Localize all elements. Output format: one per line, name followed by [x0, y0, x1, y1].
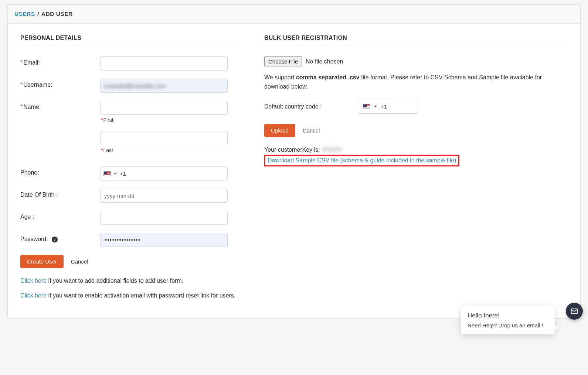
- username-field[interactable]: example@example.com: [100, 79, 228, 93]
- personal-details-title: PERSONAL DETAILS: [20, 35, 242, 46]
- help-activation-email: Click here if you want to enable activat…: [20, 292, 242, 299]
- file-chosen-status: No file chosen: [306, 58, 343, 65]
- breadcrumb-separator: /: [37, 11, 39, 17]
- create-user-button[interactable]: Create User: [20, 255, 64, 268]
- customer-key-value: XXXXX: [322, 147, 342, 153]
- default-country-code-select[interactable]: +1: [359, 100, 418, 114]
- age-label: Age :: [20, 211, 100, 220]
- name-label: *Name:: [20, 101, 100, 110]
- info-icon[interactable]: i: [52, 237, 58, 242]
- download-sample-csv-link[interactable]: Download Sample CSV file (schema & guide…: [268, 157, 456, 164]
- chat-hello-text: Hello there!: [468, 312, 548, 319]
- csv-support-text: We support comma separated .csv file for…: [264, 73, 568, 92]
- phone-country-code: +1: [120, 171, 126, 177]
- email-field[interactable]: [100, 56, 228, 70]
- breadcrumb: USERS / ADD USER: [7, 4, 581, 24]
- breadcrumb-current: ADD USER: [41, 11, 73, 17]
- breadcrumb-users-link[interactable]: USERS: [14, 11, 35, 17]
- bulk-registration-title: BULK USER REGISTRATION: [264, 35, 568, 46]
- cancel-button[interactable]: Cancel: [67, 255, 92, 268]
- first-name-sublabel: *First: [101, 117, 228, 123]
- upload-button[interactable]: Upload: [264, 124, 295, 137]
- bulk-cancel-button[interactable]: Cancel: [299, 124, 324, 137]
- chevron-down-icon: [114, 173, 117, 175]
- dob-field[interactable]: [100, 189, 228, 203]
- us-flag-icon: [103, 171, 111, 176]
- email-label: *Email:: [20, 56, 100, 66]
- chat-popup[interactable]: Hello there! Need Help? Drop us an email…: [461, 306, 555, 330]
- last-name-sublabel: *Last: [101, 147, 228, 153]
- age-field[interactable]: [100, 211, 228, 225]
- chat-help-text: Need Help? Drop us an email !: [468, 322, 548, 328]
- chevron-down-icon: [374, 106, 377, 107]
- default-country-code-label: Default country code :: [264, 103, 322, 110]
- password-field[interactable]: •••••••••••••••: [100, 233, 228, 247]
- choose-file-button[interactable]: Choose File: [264, 56, 302, 66]
- dob-label: Date Of Birth :: [20, 189, 100, 198]
- click-here-additional-fields[interactable]: Click here: [20, 278, 47, 284]
- username-label: *Username:: [20, 79, 100, 88]
- customer-key-line: Your customerKey is: XXXXX: [264, 147, 568, 153]
- mail-icon: [570, 307, 578, 315]
- help-additional-fields: Click here if you want to add additional…: [20, 278, 242, 284]
- chat-fab-button[interactable]: [566, 303, 583, 320]
- first-name-field[interactable]: [100, 101, 228, 115]
- phone-field[interactable]: +1: [100, 166, 228, 180]
- phone-label: Phone:: [20, 166, 100, 176]
- us-flag-icon: [363, 104, 370, 109]
- click-here-activation-email[interactable]: Click here: [20, 292, 47, 299]
- country-code-value: +1: [381, 103, 387, 110]
- last-name-field[interactable]: [100, 131, 228, 145]
- password-label: Password: i: [20, 233, 100, 242]
